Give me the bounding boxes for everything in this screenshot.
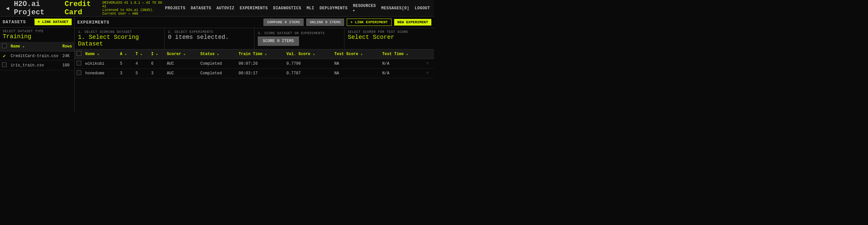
exp-step-2: 2. SELECT EXPERIMENTS 0 items selected. [164, 28, 254, 49]
datasets-panel-header: DATASETS + LINK DATASET [0, 17, 74, 28]
table-row: iris_train.csv 100 5 ⠿ [0, 61, 74, 70]
experiments-select-all-checkbox[interactable] [76, 51, 81, 56]
exp-col-val-score[interactable]: Val. Score ⬦ [284, 50, 332, 59]
exp-step4-value: Select Scorer [348, 34, 431, 40]
new-experiment-button[interactable]: NEW EXPERIMENT [394, 19, 431, 26]
datasets-title: DATASETS [3, 20, 26, 25]
exp-col-i[interactable]: I ⬦ [149, 50, 165, 59]
exp-col-status[interactable]: Status ⬦ [198, 50, 237, 59]
exp-step2-value: 0 items selected. [168, 34, 251, 40]
back-icon[interactable]: ◀ [4, 4, 11, 12]
datasets-col-rows[interactable]: Rows ⬦ [60, 42, 74, 52]
datasets-select-all-checkbox[interactable] [2, 43, 7, 48]
dataset-row1-name: CreditCard-train.csv [9, 52, 60, 61]
score-items-button[interactable]: SCORE 0 ITEMS [258, 36, 299, 46]
exp-row1-train-time: 00:07:26 [237, 59, 284, 69]
link-dataset-button[interactable]: + LINK DATASET [34, 19, 72, 25]
exp-row1-test-time: N/A [380, 59, 425, 69]
exp-row2-t: 5 [133, 69, 149, 78]
exp-row2-test-time: N/A [380, 69, 425, 78]
link-experiment-button[interactable]: + LINK EXPERIMENT [347, 19, 391, 26]
nav-autoviz[interactable]: AUTOVIZ [217, 6, 235, 11]
nav-resources[interactable]: RESOURCES [353, 4, 376, 13]
nav-logout[interactable]: LOGOUT [415, 6, 430, 11]
exp-row2-checkbox-cell[interactable] [75, 69, 83, 78]
select-dataset-type-value: Training [0, 33, 74, 42]
exp-row2-a: 3 [118, 69, 133, 78]
dataset-row1-checkbox-cell[interactable]: ✔ [0, 52, 9, 61]
dataset-row2-name: iris_train.csv [9, 61, 60, 70]
table-row: ✔ CreditCard-train.csv 24K 25 ⠿ [0, 52, 74, 61]
experiments-panel: EXPERIMENTS COMPARE 0 ITEMS UNLINK 0 ITE… [75, 17, 434, 112]
exp-row1-test-score: NA [333, 59, 380, 69]
exp-step-3: 3. SCORE DATASET ON EXPERIMENTS SCORE 0 … [254, 28, 344, 49]
experiments-steps: 1. SELECT SCORING DATASET 1. Select Scor… [75, 28, 434, 50]
dataset-row1-rows: 24K [60, 52, 74, 61]
subtitle-line1: DRIVERLESS AI 1.8.1 — AI TO DO AI [102, 1, 165, 8]
dataset-row2-checkbox-cell[interactable] [0, 61, 9, 70]
exp-row1-i: 6 [149, 59, 165, 69]
exp-row2-status: Completed [198, 69, 237, 78]
datasets-table: Name ⬦ Rows ⬦ Columns ⬦ ✔ CreditCard-tra… [0, 42, 74, 70]
project-title: H2O.ai Project [14, 0, 57, 17]
datasets-panel: DATASETS + LINK DATASET SELECT DATASET T… [0, 17, 75, 112]
compare-items-button[interactable]: COMPARE 0 ITEMS [264, 19, 304, 26]
exp-col-a[interactable]: A ⬦ [118, 50, 133, 59]
table-row: honedume 3 5 3 AUC Completed 00:03:17 0.… [75, 69, 434, 78]
exp-step4-label: SELECT SCORER FOR TEST SCORE [348, 30, 431, 34]
nav-mli[interactable]: MLI [307, 6, 314, 11]
exp-row1-t: 4 [133, 59, 149, 69]
experiments-table: Name ⬦ A ⬦ T ⬦ I ⬦ Scorer ⬦ Status ⬦ Tra… [75, 50, 434, 78]
exp-step-4: SELECT SCORER FOR TEST SCORE Select Scor… [344, 28, 434, 49]
experiments-table-container: Name ⬦ A ⬦ T ⬦ I ⬦ Scorer ⬦ Status ⬦ Tra… [75, 50, 434, 112]
dataset-row1-checkmark: ✔ [3, 54, 6, 59]
page-title: Credit Card [65, 0, 98, 17]
select-dataset-type-label: SELECT DATASET TYPE [0, 28, 74, 33]
exp-row1-a: 5 [118, 59, 133, 69]
header: ◀ H2O.ai Project Credit Card DRIVERLESS … [0, 0, 434, 17]
dataset-row2-checkbox [2, 62, 7, 67]
exp-col-checkbox [75, 50, 83, 59]
exp-step1-value: 1. Select Scoring Dataset [78, 34, 161, 47]
nav-projects[interactable]: PROJECTS [165, 6, 185, 11]
exp-step1-label: 1. SELECT SCORING DATASET [78, 30, 161, 34]
exp-col-name[interactable]: Name ⬦ [83, 50, 118, 59]
datasets-col-checkbox [0, 42, 9, 52]
experiments-header: EXPERIMENTS COMPARE 0 ITEMS UNLINK 0 ITE… [75, 17, 434, 28]
exp-row2-val-score: 0.7787 [284, 69, 332, 78]
exp-step-1: 1. SELECT SCORING DATASET 1. Select Scor… [75, 28, 164, 49]
unlink-items-button[interactable]: UNLINK 0 ITEMS [306, 19, 344, 26]
exp-col-test-score[interactable]: Test Score ⬦ [333, 50, 380, 59]
exp-row2-checkbox [76, 70, 81, 75]
exp-row2-test-score: NA [333, 69, 380, 78]
table-row: wikikubi 5 4 6 AUC Completed 00:07:26 0.… [75, 59, 434, 69]
exp-col-actions [424, 50, 434, 59]
nav-diagnostics[interactable]: DIAGNOSTICS [273, 6, 301, 11]
exp-row1-checkbox-cell[interactable] [75, 59, 83, 69]
exp-col-train-time[interactable]: Train Time ⬦ [237, 50, 284, 59]
exp-row2-name: honedume [83, 69, 118, 78]
main-layout: DATASETS + LINK DATASET SELECT DATASET T… [0, 17, 434, 112]
exp-col-scorer[interactable]: Scorer ⬦ [165, 50, 198, 59]
exp-col-test-time[interactable]: Test Time ⬦ [380, 50, 425, 59]
exp-row2-i: 3 [149, 69, 165, 78]
exp-row1-name: wikikubi [83, 59, 118, 69]
datasets-col-name[interactable]: Name ⬦ [9, 42, 60, 52]
exp-row1-checkbox [76, 61, 81, 65]
nav-menu: PROJECTS DATASETS AUTOVIZ EXPERIMENTS DI… [165, 4, 430, 13]
exp-row1-scorer: AUC [165, 59, 198, 69]
exp-col-t[interactable]: T ⬦ [133, 50, 149, 59]
nav-deployments[interactable]: DEPLOYMENTS [319, 6, 348, 11]
exp-row2-scorer: AUC [165, 69, 198, 78]
nav-datasets[interactable]: DATASETS [191, 6, 211, 11]
exp-row2-train-time: 00:03:17 [237, 69, 284, 78]
nav-messages[interactable]: MESSAGES[0] [381, 6, 409, 11]
header-left: ◀ H2O.ai Project Credit Card DRIVERLESS … [4, 0, 165, 17]
nav-experiments[interactable]: EXPERIMENTS [240, 6, 268, 11]
exp-row2-actions[interactable]: ⠿ [424, 69, 434, 78]
exp-row1-status: Completed [198, 59, 237, 69]
experiments-title: EXPERIMENTS [77, 20, 261, 25]
dataset-row2-rows: 100 [60, 61, 74, 70]
exp-row1-actions[interactable]: ⠿ [424, 59, 434, 69]
subtitle-line2: Licensed to H2o.ai (SN35). Current User … [102, 8, 165, 15]
